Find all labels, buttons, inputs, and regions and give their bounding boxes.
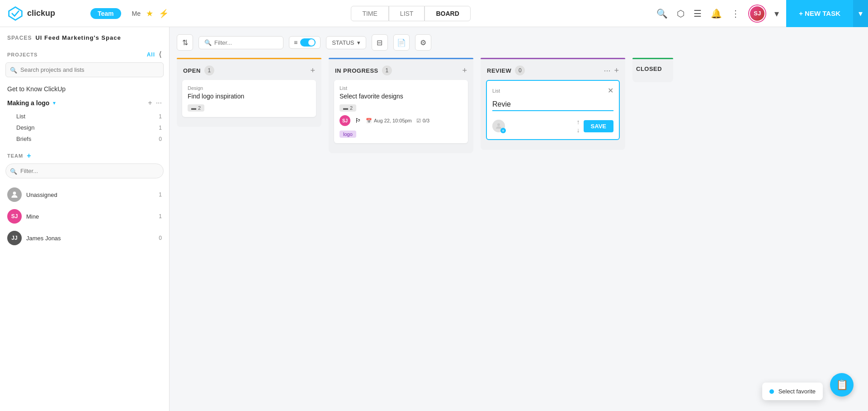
team-label: TEAM bbox=[7, 153, 23, 159]
team-member-unassigned[interactable]: Unassigned 1 bbox=[0, 184, 169, 206]
team-add-icon[interactable]: + bbox=[27, 152, 31, 160]
clickup-logo-icon bbox=[7, 5, 24, 22]
sidebar-item-get-to-know[interactable]: Get to Know ClickUp bbox=[0, 83, 169, 95]
review-more-icon[interactable]: ··· bbox=[604, 66, 610, 75]
in-progress-column-add-button[interactable]: + bbox=[462, 66, 467, 75]
task-list-label: Design bbox=[188, 85, 311, 91]
sidebar-sub-design[interactable]: Design 1 bbox=[0, 122, 169, 133]
avatar-dropdown-icon[interactable]: ▾ bbox=[774, 8, 779, 19]
team-member-james[interactable]: JJ James Jonas 0 bbox=[0, 227, 169, 249]
column-open: OPEN 1 + Design Find logo inspiration ▬ … bbox=[177, 58, 321, 127]
bell-icon[interactable]: 🔔 bbox=[711, 8, 722, 19]
filter-search-icon: 🔍 bbox=[204, 39, 212, 46]
save-list-button[interactable]: SAVE bbox=[584, 120, 613, 132]
dots-menu-icon[interactable]: ⋮ bbox=[731, 8, 740, 19]
status-chevron-icon: ▾ bbox=[357, 39, 360, 46]
new-task-dropdown-button[interactable]: ▾ bbox=[853, 0, 868, 27]
task-title-select-designs: Select favorite designs bbox=[340, 93, 462, 100]
collapse-sidebar-button[interactable]: ⟨ bbox=[159, 50, 162, 59]
in-progress-column-count: 1 bbox=[382, 65, 392, 75]
toggle-list-icon: ≡ bbox=[294, 39, 297, 46]
review-column-count: 0 bbox=[515, 65, 525, 75]
james-count: 0 bbox=[159, 235, 162, 241]
sidebar-project-making-logo[interactable]: Making a logo ▾ + ··· bbox=[0, 95, 169, 111]
toggle-knob bbox=[308, 39, 315, 46]
topnav: clickup Team Me ★ ⚡ TIME LIST BOARD 🔍 ⬡ … bbox=[0, 0, 868, 27]
settings-icon-button[interactable]: ⚙ bbox=[415, 34, 431, 51]
all-projects-link[interactable]: All bbox=[147, 51, 155, 58]
task-date: 📅 Aug 22, 10:05pm bbox=[366, 118, 412, 124]
sidebar-sub-list[interactable]: List 1 bbox=[0, 111, 169, 122]
svg-point-2 bbox=[497, 123, 500, 126]
logo-text: clickup bbox=[27, 9, 55, 18]
closed-column-title: CLOSED bbox=[636, 65, 662, 72]
in-progress-column-title: IN PROGRESS bbox=[335, 67, 378, 74]
task-tag-logo: logo bbox=[340, 131, 356, 138]
team-badge[interactable]: Team bbox=[90, 8, 121, 19]
task-priority-2: ▬ 2 bbox=[340, 104, 356, 112]
filter-icon-button[interactable]: ⊟ bbox=[372, 34, 388, 51]
filter-input-wrap: 🔍 bbox=[198, 36, 283, 49]
nav-tabs: TIME LIST BOARD bbox=[172, 6, 649, 21]
filter-team-search-icon: 🔍 bbox=[10, 168, 17, 174]
in-progress-column-header: IN PROGRESS 1 + bbox=[329, 59, 473, 80]
review-column-title: REVIEW bbox=[487, 67, 511, 74]
cube-icon[interactable]: ⬡ bbox=[677, 8, 684, 19]
popup-dot bbox=[769, 389, 774, 394]
tab-list[interactable]: LIST bbox=[389, 6, 425, 21]
new-task-button[interactable]: + NEW TASK bbox=[786, 0, 853, 27]
task-card-find-logo[interactable]: Design Find logo inspiration ▬ 2 bbox=[182, 80, 316, 117]
board-toolbar: ⇅ 🔍 ≡ STATUS ▾ ⊟ 📄 ⚙ bbox=[177, 34, 861, 51]
form-close-button[interactable]: ✕ bbox=[608, 86, 613, 95]
sort-button[interactable]: ⇅ bbox=[177, 34, 193, 51]
task-title-find-logo: Find logo inspiration bbox=[188, 93, 311, 100]
review-column-add-button[interactable]: + bbox=[614, 66, 619, 75]
space-name[interactable]: UI Feed Marketing's Space bbox=[35, 34, 121, 41]
team-member-mine[interactable]: SJ Mine 1 bbox=[0, 206, 169, 227]
board-columns: OPEN 1 + Design Find logo inspiration ▬ … bbox=[177, 58, 861, 153]
checklist-icon: ☑ bbox=[416, 118, 421, 124]
filter-team-input[interactable] bbox=[5, 163, 164, 178]
unassigned-label: Unassigned bbox=[26, 191, 57, 198]
search-icon[interactable]: 🔍 bbox=[656, 8, 668, 19]
closed-column-header: CLOSED bbox=[632, 59, 673, 77]
tab-board[interactable]: BOARD bbox=[425, 6, 470, 21]
sidebar-sub-briefs[interactable]: Briefs 0 bbox=[0, 133, 169, 145]
task-card-select-designs[interactable]: List Select favorite designs ▬ 2 SJ 🏳 📅 … bbox=[334, 80, 468, 143]
form-assignee-placeholder: + bbox=[492, 120, 505, 132]
calendar-icon: 📅 bbox=[366, 118, 372, 124]
fab-clipboard-button[interactable]: 📋 bbox=[830, 373, 854, 397]
project-add-icon[interactable]: + bbox=[148, 99, 152, 107]
task-assignee-avatar: SJ bbox=[340, 115, 350, 126]
new-list-name-input[interactable] bbox=[492, 98, 613, 111]
new-list-form: List ✕ + ↑ ↓ SAVE bbox=[486, 80, 620, 140]
toggle-wrap: ≡ bbox=[289, 36, 321, 49]
filter-board-input[interactable] bbox=[214, 39, 278, 46]
team-header: TEAM + bbox=[0, 145, 169, 163]
nav-right: 🔍 ⬡ ☰ 🔔 ⋮ SJ ▾ bbox=[649, 5, 786, 22]
arrow-up-button[interactable]: ↑ bbox=[577, 118, 580, 126]
me-label[interactable]: Me bbox=[132, 10, 141, 17]
search-projects-input[interactable] bbox=[5, 62, 164, 77]
open-column-add-button[interactable]: + bbox=[310, 66, 315, 75]
form-header: List ✕ bbox=[492, 86, 613, 95]
project-more-icon[interactable]: ··· bbox=[156, 99, 162, 107]
status-dropdown[interactable]: STATUS ▾ bbox=[326, 36, 366, 49]
logo-area: clickup bbox=[0, 5, 90, 22]
board-toggle[interactable] bbox=[300, 38, 316, 47]
project-name: Making a logo bbox=[7, 99, 49, 107]
tab-time[interactable]: TIME bbox=[351, 6, 388, 21]
mine-avatar: SJ bbox=[7, 209, 22, 224]
user-avatar[interactable]: SJ bbox=[749, 5, 765, 22]
form-list-label: List bbox=[492, 88, 500, 93]
column-in-progress: IN PROGRESS 1 + List Select favorite des… bbox=[329, 58, 473, 153]
task-list-label-2: List bbox=[340, 85, 462, 91]
popup-text: Select favorite bbox=[778, 388, 816, 395]
spaces-header: SPACES UI Feed Marketing's Space bbox=[0, 27, 169, 45]
project-chevron-icon: ▾ bbox=[53, 100, 56, 106]
james-label: James Jonas bbox=[26, 235, 61, 242]
arrow-down-button[interactable]: ↓ bbox=[577, 126, 580, 134]
spaces-label: SPACES bbox=[7, 35, 32, 41]
doc-icon-button[interactable]: 📄 bbox=[393, 34, 410, 51]
layout-icon[interactable]: ☰ bbox=[693, 8, 702, 19]
